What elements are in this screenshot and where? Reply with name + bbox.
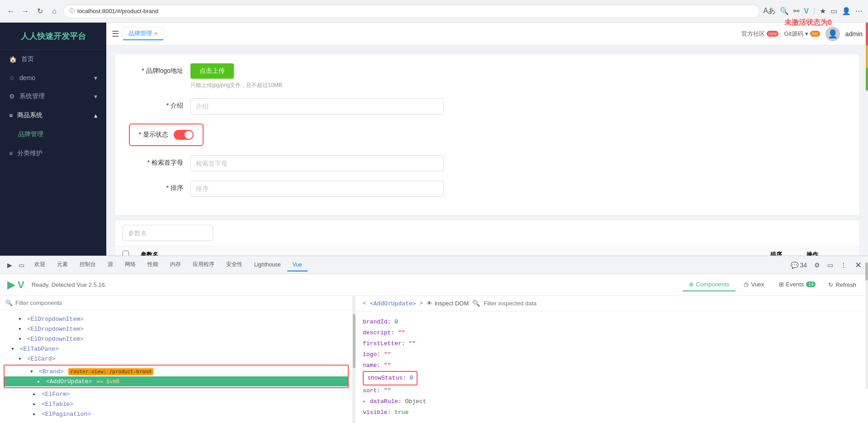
hamburger-button[interactable]: ☰: [112, 29, 119, 39]
cast-icon[interactable]: ▭: [830, 7, 837, 15]
community-button[interactable]: 官方社区 new: [741, 30, 778, 38]
tree-arrow: ▸: [33, 400, 40, 408]
tab-network[interactable]: 网络: [119, 258, 141, 272]
close-devtools-button[interactable]: ✕: [852, 259, 864, 271]
first-letter-row: * 检索首字母: [129, 155, 845, 171]
extension-icon[interactable]: ⚯: [793, 7, 799, 15]
more-icon[interactable]: ⋯: [855, 7, 863, 15]
filter-data-input[interactable]: [484, 300, 861, 307]
list-item[interactable]: ▸ <ElPagination>: [0, 409, 352, 419]
dock-button[interactable]: ▭: [825, 260, 835, 271]
inspector-component-name: <AddOrUpdate>: [370, 300, 416, 307]
vue-extension-icon[interactable]: V: [804, 7, 809, 15]
show-status-highlight: showStatus: 0: [363, 371, 417, 385]
chevron-down-icon: ▾: [94, 74, 97, 81]
events-tab[interactable]: ⊞ Events 14: [773, 278, 822, 291]
data-line-showStatus: showStatus: 0: [363, 371, 861, 385]
param-search-input[interactable]: [123, 225, 213, 241]
sidebar-item-product[interactable]: ≡ 商品系统 ▴: [0, 106, 106, 125]
close-icon[interactable]: ✕: [154, 31, 158, 37]
community-label: 官方社区: [741, 30, 765, 38]
data-key: firstLetter:: [363, 340, 405, 347]
search-icon[interactable]: 🔍: [780, 7, 789, 15]
list-item[interactable]: ▾ <ElCard>: [0, 354, 352, 364]
list-icon: ≡: [9, 150, 13, 157]
sidebar-item-system[interactable]: ⚙ 系统管理 ▾: [0, 87, 106, 106]
back-button[interactable]: ←: [5, 6, 16, 17]
home-button[interactable]: ⌂: [49, 6, 60, 17]
intro-input[interactable]: [190, 98, 444, 114]
tab-console[interactable]: 控制台: [74, 258, 101, 272]
list-item[interactable]: ▾ <ElDropdownItem>: [0, 334, 352, 344]
sidebar-item-brand[interactable]: 品牌管理: [0, 125, 106, 144]
events-label: Events: [786, 281, 804, 288]
tab-welcome[interactable]: 欢迎: [29, 258, 51, 272]
status-toggle[interactable]: [174, 130, 194, 140]
reload-button[interactable]: ↻: [34, 6, 45, 17]
settings-button[interactable]: ⚙: [812, 260, 822, 271]
upload-button[interactable]: 点击上传: [190, 63, 234, 79]
tab-brand-management[interactable]: 品牌管理 ✕: [123, 27, 164, 40]
git-button[interactable]: Git源码 ▾ hot: [784, 30, 820, 38]
top-header: ☰ 品牌管理 ✕ 官方社区 new Git源码 ▾ hot 👤: [106, 23, 868, 45]
device-toolbar-button[interactable]: ▭: [17, 260, 26, 271]
list-item[interactable]: ▸ <ElForm>: [0, 389, 352, 399]
sort-input[interactable]: [190, 181, 444, 197]
tab-sources[interactable]: 源: [102, 258, 119, 272]
list-item[interactable]: ▾ <ElDropdownItem>: [0, 314, 352, 324]
tab-lighthouse[interactable]: Lighthouse: [249, 259, 286, 271]
forward-button[interactable]: →: [20, 6, 31, 17]
inspector-scrollbar[interactable]: [865, 296, 868, 389]
translate-icon[interactable]: Aあ: [764, 6, 776, 16]
status-row: * 显示状态: [129, 124, 845, 146]
list-item[interactable]: ▾ <Brand> router-view: /product-brand: [5, 366, 348, 376]
git-label: Git源码: [784, 30, 803, 38]
data-line-logo: logo: "": [363, 349, 861, 360]
vue-logo: ▶ V: [7, 279, 24, 291]
search-icon: 🔍: [5, 299, 13, 306]
tab-memory[interactable]: 内存: [165, 258, 186, 272]
select-all-checkbox[interactable]: [123, 251, 129, 256]
data-line-visible: visible: true: [363, 407, 861, 418]
more-button[interactable]: ⋮: [839, 260, 849, 271]
tab-application[interactable]: 应用程序: [187, 258, 220, 272]
brand-highlight-wrapper: ▾ <Brand> router-view: /product-brand ▸ …: [4, 365, 349, 388]
sidebar-item-label: 分类维护: [17, 149, 43, 157]
sidebar-item-home[interactable]: 🏠 首页: [0, 50, 106, 69]
list-item[interactable]: ▸ <ElTable>: [0, 399, 352, 409]
inspect-element-button[interactable]: ▶: [5, 260, 14, 271]
tree-scrollbar[interactable]: [353, 296, 356, 423]
brand-attr: router-view: /product-brand: [68, 368, 154, 375]
list-item[interactable]: ▾ <ElDropdownItem>: [0, 324, 352, 334]
inspect-dom-button[interactable]: 👁 Inspect DOM: [427, 300, 469, 307]
events-count-badge: 14: [806, 281, 816, 287]
refresh-button[interactable]: ↻ Refresh: [824, 280, 861, 290]
tab-elements[interactable]: 元素: [52, 258, 73, 272]
inspector-header: < <AddOrUpdate> > 👁 Inspect DOM 🔍: [356, 296, 868, 311]
chat-button[interactable]: 💬 34: [789, 260, 809, 271]
color-green: [866, 68, 868, 90]
tab-vue[interactable]: Vue: [287, 259, 308, 271]
first-letter-input[interactable]: [190, 155, 444, 171]
inspector-tag: <: [363, 300, 366, 307]
devtools-tabs: ▶ ▭ 欢迎 元素 控制台 源 网络 性能 内存 应用程序 安全性 Lighth…: [0, 256, 868, 274]
sidebar-item-category[interactable]: ≡ 分类维护: [0, 144, 106, 163]
data-key: dataRule:: [370, 398, 402, 405]
list-item[interactable]: ▾ <ElTabPane>: [0, 344, 352, 354]
tab-security[interactable]: 安全性: [221, 258, 248, 272]
data-key: sort:: [363, 387, 380, 394]
vuex-icon: ◷: [744, 281, 749, 288]
vuex-tab[interactable]: ◷ Vuex: [737, 278, 770, 291]
address-bar[interactable]: ⓘ localhost:8001/#/product-brand: [63, 5, 760, 18]
sidebar-item-demo[interactable]: ☆ demo ▾: [0, 69, 106, 87]
add-or-update-tree-item[interactable]: ▸ <AddOrUpdate> == $vm0: [5, 376, 348, 386]
tab-performance[interactable]: 性能: [142, 258, 164, 272]
toggle-slider[interactable]: [174, 130, 194, 140]
expand-arrow[interactable]: ▸: [363, 398, 366, 405]
table-header: 参数名 排序 操作: [115, 246, 859, 256]
components-tab[interactable]: ⊕ Components: [683, 278, 736, 291]
profile-icon[interactable]: 👤: [842, 7, 851, 15]
component-search-input[interactable]: [15, 299, 347, 306]
bookmark-icon[interactable]: ★: [820, 7, 826, 15]
vue-panel-header: ▶ V Ready. Detected Vue 2.5.16. ⊕ Compon…: [0, 274, 868, 296]
